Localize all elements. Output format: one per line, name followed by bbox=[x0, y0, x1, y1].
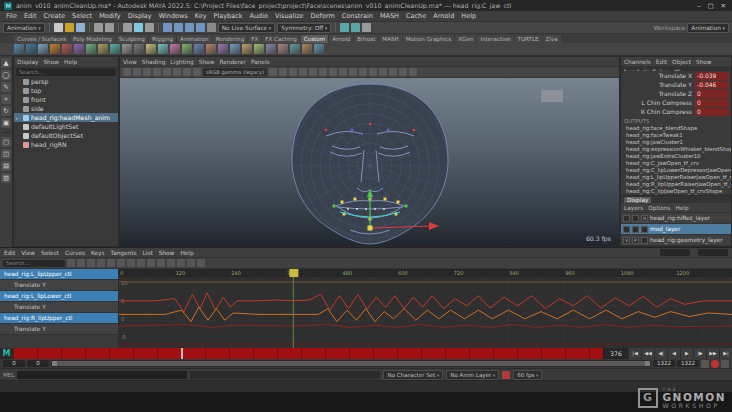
shelf-icon[interactable] bbox=[38, 44, 48, 54]
menu-edit[interactable]: Edit bbox=[24, 12, 37, 20]
render-settings-icon[interactable] bbox=[362, 23, 371, 32]
rotate-tool-icon[interactable]: ↻ bbox=[1, 106, 11, 116]
menu-display[interactable]: Display bbox=[128, 12, 152, 20]
graph-channel-head-rig-l-lipupper-ctl[interactable]: head_rig:L_lipUpper_ctl bbox=[0, 269, 118, 280]
play-forwards-button[interactable]: ▶ bbox=[680, 348, 693, 359]
linear-tangent-icon[interactable] bbox=[117, 259, 125, 267]
shelf-icon[interactable] bbox=[134, 44, 144, 54]
shelf-tab-animation[interactable]: Animation bbox=[177, 35, 212, 43]
shadows-icon[interactable] bbox=[369, 68, 377, 76]
bookmarks-icon[interactable] bbox=[153, 68, 161, 76]
safe-action-icon[interactable] bbox=[309, 68, 317, 76]
colorspace-indicator[interactable]: sRGB gamma (legacy) bbox=[203, 68, 267, 76]
graph-menu-keys[interactable]: Keys bbox=[91, 250, 105, 256]
save-scene-icon[interactable] bbox=[76, 23, 85, 32]
outliner-item-top[interactable]: top bbox=[14, 86, 118, 95]
graph-curve-area[interactable]: 0120240360480600720840960108012001320105… bbox=[119, 269, 732, 348]
current-time-marker[interactable] bbox=[181, 348, 183, 359]
paint-select-tool-icon[interactable]: ✎ bbox=[1, 82, 11, 92]
layer-visibility-toggle[interactable] bbox=[623, 215, 630, 222]
lasso-select-tool-icon[interactable]: ◯ bbox=[1, 70, 11, 80]
layer-visibility-toggle[interactable]: V bbox=[623, 237, 630, 244]
output-node[interactable]: head_rig:faceTweak1 bbox=[621, 132, 731, 139]
step-back-frame-button[interactable]: ◀| bbox=[654, 348, 667, 359]
animation-end-field[interactable]: 1322 bbox=[677, 360, 699, 367]
output-node[interactable]: head_rig:expressionWhisker_blendShape bbox=[621, 146, 731, 153]
shelf-icon[interactable] bbox=[86, 44, 96, 54]
shelf-icon[interactable] bbox=[242, 44, 252, 54]
insert-keys-icon[interactable] bbox=[77, 259, 85, 267]
viewport-menu-panels[interactable]: Panels bbox=[251, 59, 270, 65]
shelf-icon[interactable] bbox=[278, 44, 288, 54]
motion-blur-icon[interactable] bbox=[389, 68, 397, 76]
graph-menu-tangents[interactable]: Tangents bbox=[111, 250, 137, 256]
outliner-item-head-rig-headmesh-anim[interactable]: ▸head_rig:headMesh_anim bbox=[14, 113, 118, 122]
viewport-menu-lighting[interactable]: Lighting bbox=[170, 59, 193, 65]
outliner-search-input[interactable]: Search... bbox=[16, 68, 116, 76]
character-set-dropdown[interactable]: No Character Set bbox=[383, 370, 443, 380]
wireframe-icon[interactable] bbox=[329, 68, 337, 76]
graph-search-input[interactable]: Search... bbox=[3, 260, 65, 267]
undo-icon[interactable] bbox=[94, 23, 103, 32]
shelf-tab-bifrost[interactable]: Bifrost bbox=[354, 35, 378, 43]
graph-stat-value-field[interactable] bbox=[698, 249, 728, 256]
shelf-icon[interactable] bbox=[218, 44, 228, 54]
scale-tool-icon[interactable]: ▣ bbox=[1, 118, 11, 128]
shelf-icon[interactable] bbox=[230, 44, 240, 54]
snap-view-plane-icon[interactable] bbox=[196, 23, 205, 32]
shelf-icon[interactable] bbox=[14, 44, 24, 54]
shelf-tab-arnold[interactable]: Arnold bbox=[329, 35, 353, 43]
persp-outliner-layout-icon[interactable]: ▤ bbox=[1, 161, 11, 171]
plateau-tangent-icon[interactable] bbox=[147, 259, 155, 267]
output-node[interactable]: head_rig:jawCluster1 bbox=[621, 139, 731, 146]
output-node[interactable]: head_rig:R_lipUpperRaiserJawOpen_tf_md bbox=[621, 181, 731, 188]
shelf-tab-custom[interactable]: Custom bbox=[301, 35, 328, 43]
textured-icon[interactable] bbox=[349, 68, 357, 76]
layer-display-type-toggle[interactable] bbox=[641, 237, 648, 244]
layers-menu-help[interactable]: Help bbox=[676, 205, 689, 211]
resolution-gate-icon[interactable] bbox=[279, 68, 287, 76]
shelf-icon[interactable] bbox=[302, 44, 312, 54]
spline-tangent-icon[interactable] bbox=[97, 259, 105, 267]
viewport-menu-show[interactable]: Show bbox=[199, 59, 215, 65]
graph-menu-select[interactable]: Select bbox=[41, 250, 59, 256]
viewport-menu-shading[interactable]: Shading bbox=[142, 59, 166, 65]
auto-keyframe-icon[interactable] bbox=[711, 360, 719, 368]
safe-title-icon[interactable] bbox=[319, 68, 327, 76]
layer-display-type-toggle[interactable] bbox=[641, 226, 648, 233]
shelf-tab-sculpting[interactable]: Sculpting bbox=[116, 35, 148, 43]
graph-channel-head-rig-r-lipupper-ctl[interactable]: head_rig:R_lipUpper_ctl bbox=[0, 313, 118, 324]
break-tangents-icon[interactable] bbox=[167, 259, 175, 267]
outliner-menu-display[interactable]: Display bbox=[17, 59, 38, 65]
hypershade-layout-icon[interactable]: ▥ bbox=[1, 173, 11, 183]
menu-mash[interactable]: MASH bbox=[380, 12, 399, 20]
menu-visualize[interactable]: Visualize bbox=[275, 12, 304, 20]
outliner-item-side[interactable]: side bbox=[14, 104, 118, 113]
shelf-icon[interactable] bbox=[170, 44, 180, 54]
clamped-tangent-icon[interactable] bbox=[107, 259, 115, 267]
outliner-item-head-rigrn[interactable]: head_rigRN bbox=[14, 140, 118, 149]
shelf-icon[interactable] bbox=[158, 44, 168, 54]
graph-menu-view[interactable]: View bbox=[21, 250, 35, 256]
layers-menu-options[interactable]: Options bbox=[648, 205, 670, 211]
shelf-icon[interactable] bbox=[254, 44, 264, 54]
screen-space-ao-icon[interactable] bbox=[379, 68, 387, 76]
outliner-item-defaultlightset[interactable]: defaultLightSet bbox=[14, 122, 118, 131]
menu-create[interactable]: Create bbox=[43, 12, 65, 20]
lattice-deform-keys-icon[interactable] bbox=[87, 259, 95, 267]
menu-modify[interactable]: Modify bbox=[99, 12, 121, 20]
graph-channel-head-rig-l-liplower-ctl[interactable]: head_rig:L_lipLower_ctl bbox=[0, 291, 118, 302]
output-node[interactable]: head_rig:C_lipLowerDepressorJawOpen_tf_m… bbox=[621, 167, 731, 174]
shelf-icon[interactable] bbox=[74, 44, 84, 54]
time-snap-icon[interactable] bbox=[187, 259, 195, 267]
close-button[interactable]: ✕ bbox=[721, 2, 726, 10]
grease-pencil-icon[interactable] bbox=[183, 68, 191, 76]
live-surface-dropdown[interactable]: No Live Surface bbox=[218, 23, 276, 33]
shelf-icon[interactable] bbox=[110, 44, 120, 54]
lock-camera-icon[interactable] bbox=[133, 68, 141, 76]
shelf-tab-xgen[interactable]: XGen bbox=[455, 35, 476, 43]
channel-value-field[interactable]: 0 bbox=[695, 108, 729, 116]
grid-icon[interactable] bbox=[193, 68, 201, 76]
shelf-tab-motion-graphics[interactable]: Motion Graphics bbox=[403, 35, 454, 43]
field-chart-icon[interactable] bbox=[299, 68, 307, 76]
